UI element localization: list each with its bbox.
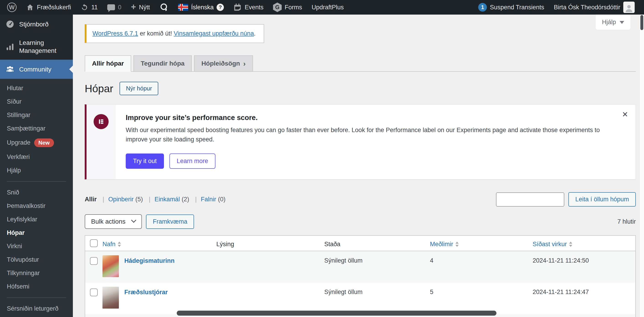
new-label: Nýtt xyxy=(139,4,150,11)
updates-menu[interactable]: 11 xyxy=(76,0,102,14)
sort-by-members-header[interactable]: Meðlimir xyxy=(430,241,528,248)
close-icon[interactable]: × xyxy=(622,110,628,119)
vertical-scrollbar[interactable] xyxy=(640,14,644,317)
elementor-notice-body: Improve your site’s performance score. W… xyxy=(116,104,636,179)
submenu-item-hopar[interactable]: Hópar xyxy=(0,226,73,240)
group-status-filters: Allir Opinberir(5) Einkamál(2) Falnir(0) xyxy=(85,196,226,203)
wordpress-logo-icon: W xyxy=(7,2,16,12)
try-it-out-button[interactable]: Try it out xyxy=(126,154,164,169)
user-avatar xyxy=(623,2,635,13)
submenu-item-hofsemi[interactable]: Hófsemi xyxy=(0,280,73,293)
sidebar-item-learning-management[interactable]: Learning Management xyxy=(0,34,73,60)
submenu-item-sidur[interactable]: Síður xyxy=(0,95,73,108)
new-content-menu[interactable]: + Nýtt xyxy=(126,0,154,14)
updraftplus-menu[interactable]: UpdraftPlus xyxy=(307,0,348,14)
community-people-icon xyxy=(6,65,14,74)
row-checkbox[interactable] xyxy=(90,288,98,296)
submenu-item-upgrade[interactable]: UpgradeNew xyxy=(0,135,73,150)
comments-icon xyxy=(107,4,115,10)
comments-menu[interactable]: 0 xyxy=(102,0,126,14)
wp-logo-menu[interactable]: W xyxy=(2,0,22,14)
new-group-button[interactable]: Nýr hópur xyxy=(120,82,158,95)
iceland-flag-icon xyxy=(178,4,188,11)
elementor-notice-title: Improve your site’s performance score. xyxy=(126,114,602,122)
community-submenu: Hlutar Síður Stillingar Samþættingar Upg… xyxy=(0,79,73,317)
submenu-item-samthaettingar[interactable]: Samþættingar xyxy=(0,122,73,135)
page-header: Hópar Nýr hópur xyxy=(85,82,636,95)
site-menu[interactable]: Fræðslukerfi xyxy=(22,0,76,14)
filter-public[interactable]: Opinberir(5) xyxy=(108,196,150,203)
bulk-actions-select[interactable]: Bulk actions xyxy=(85,214,142,229)
filter-all[interactable]: Allir xyxy=(85,196,104,203)
admin-bar: W Fræðslukerfi 11 0 + Nýtt xyxy=(0,0,644,14)
search-input[interactable] xyxy=(496,192,564,206)
main-content: WordPress 6.7.1 er komið út! Vinsamlegas… xyxy=(73,14,644,317)
groups-tabs: Allir hópar Tegundir hópa Hópleiðsögn › xyxy=(85,55,636,72)
group-name-link[interactable]: Hádegismaturinn xyxy=(124,255,175,266)
sidebar-item-community[interactable]: Community xyxy=(0,60,73,79)
language-help-badge[interactable]: ? xyxy=(216,4,224,11)
learn-more-button[interactable]: Learn more xyxy=(170,154,216,169)
sort-arrows-icon xyxy=(569,242,572,247)
vertical-scrollbar-thumb[interactable] xyxy=(640,15,643,30)
update-count: 11 xyxy=(91,4,98,11)
group-search: Leita í öllum hópum xyxy=(496,192,636,206)
elementor-performance-notice: Improve your site’s performance score. W… xyxy=(85,104,636,180)
elementor-logo-icon xyxy=(94,114,108,129)
elementor-notice-buttons: Try it out Learn more xyxy=(126,154,602,169)
sidebar-item-label: Learning Management xyxy=(19,39,69,55)
filter-hidden[interactable]: Falnir(0) xyxy=(201,196,226,203)
chevron-right-icon: › xyxy=(243,60,246,67)
elementor-icon-column xyxy=(86,104,116,179)
suspend-transients-menu[interactable]: 1 Suspend Transients xyxy=(474,0,549,14)
sidebar-item-dashboard[interactable]: Stjórnborð xyxy=(0,14,73,34)
group-members-count: 4 xyxy=(430,255,533,277)
group-thumbnail-food-photo xyxy=(102,255,119,277)
help-tab-button[interactable]: Hjálp xyxy=(595,14,631,30)
events-menu[interactable]: Events xyxy=(229,0,268,14)
row-checkbox[interactable] xyxy=(90,257,98,265)
chevron-down-icon xyxy=(620,21,624,26)
submenu-divider xyxy=(7,181,66,182)
sort-by-name-header[interactable]: Nafn xyxy=(102,241,212,248)
bulk-actions-row: Bulk actions Framkvæma 7 hlutir xyxy=(85,214,636,229)
swirl-plugin-menu[interactable] xyxy=(154,0,173,14)
group-members-count: 5 xyxy=(430,287,533,308)
select-all-checkbox[interactable] xyxy=(90,239,98,247)
sort-by-last-active-header[interactable]: Síðast virkur xyxy=(533,241,631,248)
submenu-item-leyfislyklar[interactable]: Leyfislyklar xyxy=(0,213,73,226)
group-name-link[interactable]: Fræðslustjórar xyxy=(124,287,168,297)
filter-private[interactable]: Einkamál(2) xyxy=(154,196,197,203)
submenu-item-virkni[interactable]: Virkni xyxy=(0,240,73,253)
language-label: Íslenska xyxy=(191,4,214,11)
tab-group-types[interactable]: Tegundir hópa xyxy=(134,55,192,71)
plus-icon: + xyxy=(131,2,136,11)
table-row: Hádegismaturinn Sýnilegt öllum 4 2024-11… xyxy=(85,251,635,282)
update-now-link[interactable]: Vinsamlegast uppfærðu núna xyxy=(174,30,254,37)
apply-button[interactable]: Framkvæma xyxy=(146,214,194,229)
tab-group-navigation[interactable]: Hópleiðsögn › xyxy=(194,55,253,71)
submenu-item-tolvupostur[interactable]: Tölvupóstur xyxy=(0,253,73,266)
language-menu[interactable]: Íslenska ? xyxy=(173,0,229,14)
suspend-count-badge: 1 xyxy=(478,3,487,12)
submenu-item-tilkynningar[interactable]: Tilkynningar xyxy=(0,266,73,280)
home-icon xyxy=(26,4,34,11)
tab-all-groups[interactable]: Allir hópar xyxy=(85,55,131,72)
submenu-item-themavalkostir[interactable]: Þemavalkostir xyxy=(0,199,73,213)
search-groups-button[interactable]: Leita í öllum hópum xyxy=(568,192,636,206)
submenu-item-verkfaeri[interactable]: Verkfæri xyxy=(0,150,73,164)
update-notice-text: er komið út! xyxy=(138,30,174,37)
submenu-item-hjalp[interactable]: Hjálp xyxy=(0,164,73,177)
submenu-item-sersnidin-leturgerd[interactable]: Sérsniðin leturgerð xyxy=(0,302,73,316)
account-menu[interactable]: Birta Ósk Theodórsdóttir xyxy=(549,0,640,14)
horizontal-scrollbar-thumb[interactable] xyxy=(177,310,496,316)
description-header: Lýsing xyxy=(216,239,324,248)
comment-count: 0 xyxy=(118,4,122,11)
submenu-item-stillingar[interactable]: Stillingar xyxy=(0,108,73,122)
wordpress-version-link[interactable]: WordPress 6.7.1 xyxy=(92,30,138,37)
submenu-item-snid[interactable]: Snið xyxy=(0,186,73,199)
forms-menu[interactable]: G Forms xyxy=(268,0,307,14)
update-notice-period: . xyxy=(254,30,256,37)
update-icon xyxy=(80,4,88,11)
submenu-item-hlutar[interactable]: Hlutar xyxy=(0,82,73,95)
